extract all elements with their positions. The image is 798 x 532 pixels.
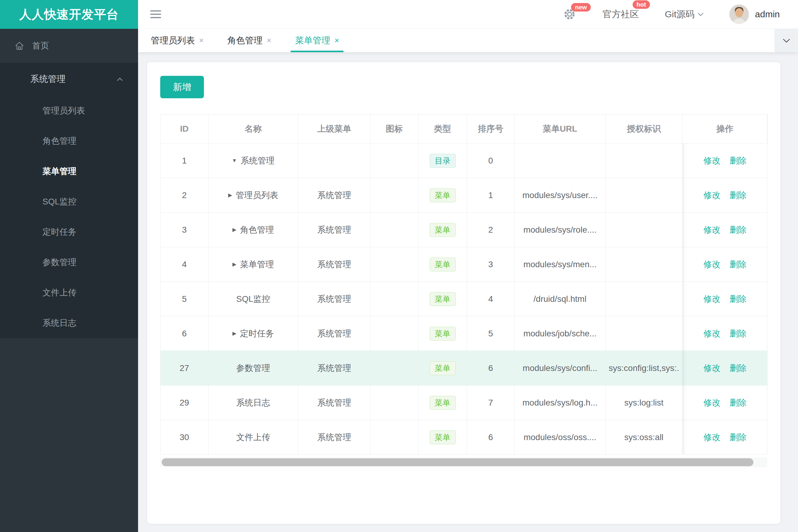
cell-type: 菜单	[419, 385, 467, 420]
sidebar: 人人快速开发平台 首页 系统管理	[0, 0, 138, 532]
cell-actions: 修改 删除	[682, 316, 768, 351]
sidebar-item-label: 参数管理	[42, 256, 76, 268]
edit-link[interactable]: 修改	[704, 362, 721, 374]
type-badge: 菜单	[430, 431, 456, 444]
sidebar-group-system[interactable]: 系统管理	[0, 63, 138, 96]
delete-link[interactable]: 删除	[730, 155, 747, 167]
delete-link[interactable]: 删除	[730, 293, 747, 305]
cell-perms: sys:config:list,sys:.	[606, 351, 682, 385]
sidebar-item[interactable]: 文件上传	[0, 278, 138, 308]
cell-order: 4	[467, 282, 515, 316]
delete-link[interactable]: 删除	[730, 190, 747, 201]
sidebar-item[interactable]: 参数管理	[0, 247, 138, 278]
brand-title: 人人快速开发平台	[0, 0, 138, 29]
sidebar-item[interactable]: 管理员列表	[0, 96, 138, 126]
cell-icon	[370, 213, 419, 247]
chevron-down-icon	[698, 12, 704, 16]
table-header-row: ID 名称 上级菜单 图标 类型 排序号 菜单URL 授权标识	[161, 115, 767, 144]
home-icon	[15, 41, 24, 50]
cell-type: 菜单	[419, 213, 467, 247]
tab[interactable]: 菜单管理 ×	[286, 29, 348, 52]
horizontal-scrollbar-thumb[interactable]	[162, 458, 754, 466]
cell-name: ▼ 系统管理	[208, 144, 298, 178]
git-source-link[interactable]: Git源码	[665, 8, 704, 21]
delete-link[interactable]: 删除	[730, 328, 747, 339]
add-button[interactable]: 新增	[160, 76, 204, 98]
new-badge: new	[571, 3, 591, 12]
table-row: 2 ▶ 管理员列表 系统管理 菜单 1 modules/sys/user....	[161, 178, 767, 213]
cell-type: 菜单	[419, 351, 467, 385]
app-screen: 人人快速开发平台 首页 系统管理	[0, 0, 798, 532]
table-row: 30 文件上传 系统管理 菜单 6 modules/oss/oss.... sy…	[161, 420, 767, 455]
edit-link[interactable]: 修改	[704, 397, 721, 408]
cell-parent-menu: 系统管理	[298, 316, 370, 351]
cell-name: ▶ 角色管理	[208, 213, 298, 247]
cell-order: 7	[467, 385, 515, 420]
edit-link[interactable]: 修改	[704, 224, 721, 236]
cell-order: 6	[467, 420, 515, 455]
tab-close-icon[interactable]: ×	[199, 36, 204, 45]
sidebar-group-label: 系统管理	[30, 73, 66, 85]
expand-arrow-icon[interactable]: ▶	[228, 192, 232, 198]
sidebar-item-home[interactable]: 首页	[0, 29, 138, 63]
cell-menu-url: modules/sys/confi...	[515, 351, 606, 385]
sidebar-item[interactable]: 系统日志	[0, 308, 138, 338]
delete-link[interactable]: 删除	[730, 259, 747, 270]
cell-order: 0	[467, 144, 515, 178]
cell-parent-menu: 系统管理	[298, 385, 370, 420]
cell-icon	[370, 178, 419, 213]
cell-parent-menu: 系统管理	[298, 178, 370, 213]
cell-perms: sys:oss:all	[606, 420, 682, 455]
cell-name: ▶ 管理员列表	[208, 178, 298, 213]
cell-perms	[606, 144, 682, 178]
cell-perms: sys:log:list	[606, 385, 682, 420]
sidebar-item[interactable]: SQL监控	[0, 187, 138, 217]
cell-perms	[606, 178, 682, 213]
expand-arrow-icon[interactable]: ▼	[232, 158, 237, 164]
type-badge: 菜单	[430, 258, 456, 271]
cell-id: 2	[161, 178, 208, 213]
tab[interactable]: 管理员列表 ×	[142, 29, 212, 52]
chevron-down-icon	[783, 38, 790, 43]
cell-type: 菜单	[419, 282, 467, 316]
delete-link[interactable]: 删除	[730, 397, 747, 408]
edit-link[interactable]: 修改	[704, 190, 721, 201]
expand-arrow-icon[interactable]: ▶	[233, 330, 236, 337]
settings-button[interactable]: new	[564, 8, 575, 20]
tab[interactable]: 角色管理 ×	[219, 29, 280, 52]
user-name[interactable]: admin	[755, 9, 780, 19]
delete-link[interactable]: 删除	[730, 432, 747, 443]
avatar[interactable]	[729, 4, 749, 24]
sidebar-item[interactable]: 角色管理	[0, 126, 138, 156]
cell-id: 6	[161, 316, 208, 351]
expand-arrow-icon[interactable]: ▶	[233, 261, 236, 267]
tab-label: 管理员列表	[151, 35, 195, 47]
sidebar-item[interactable]: 菜单管理	[0, 156, 138, 187]
cell-order: 1	[467, 178, 515, 213]
type-badge: 菜单	[430, 292, 456, 306]
hamburger-menu-icon[interactable]	[150, 10, 161, 18]
community-link[interactable]: 官方社区 hot	[602, 8, 639, 21]
table-header-cell: 类型	[419, 115, 467, 144]
edit-link[interactable]: 修改	[704, 259, 721, 270]
tab-bar: 管理员列表 × 角色管理 × 菜单管理 ×	[138, 29, 798, 52]
cell-menu-url: modules/sys/log.h...	[515, 385, 606, 420]
sidebar-item[interactable]: 定时任务	[0, 217, 138, 247]
tab-close-icon[interactable]: ×	[267, 36, 271, 45]
tab-list-dropdown-button[interactable]	[775, 29, 798, 52]
edit-link[interactable]: 修改	[704, 328, 721, 339]
edit-link[interactable]: 修改	[704, 293, 721, 305]
sidebar-submenu: 系统管理 管理员列表 角色管理 菜单管理	[0, 63, 138, 338]
type-badge: 目录	[430, 154, 456, 168]
table-row: 3 ▶ 角色管理 系统管理 菜单 2 modules/sys/role....	[161, 213, 767, 247]
edit-link[interactable]: 修改	[704, 155, 721, 167]
delete-link[interactable]: 删除	[730, 362, 747, 374]
horizontal-scrollbar-track	[160, 457, 767, 467]
sidebar-item-label: 定时任务	[42, 226, 76, 238]
tab-close-icon[interactable]: ×	[334, 36, 339, 45]
cell-type: 菜单	[419, 247, 467, 282]
edit-link[interactable]: 修改	[704, 432, 721, 443]
expand-arrow-icon[interactable]: ▶	[233, 227, 236, 233]
delete-link[interactable]: 删除	[730, 224, 747, 236]
cell-order: 3	[467, 247, 515, 282]
